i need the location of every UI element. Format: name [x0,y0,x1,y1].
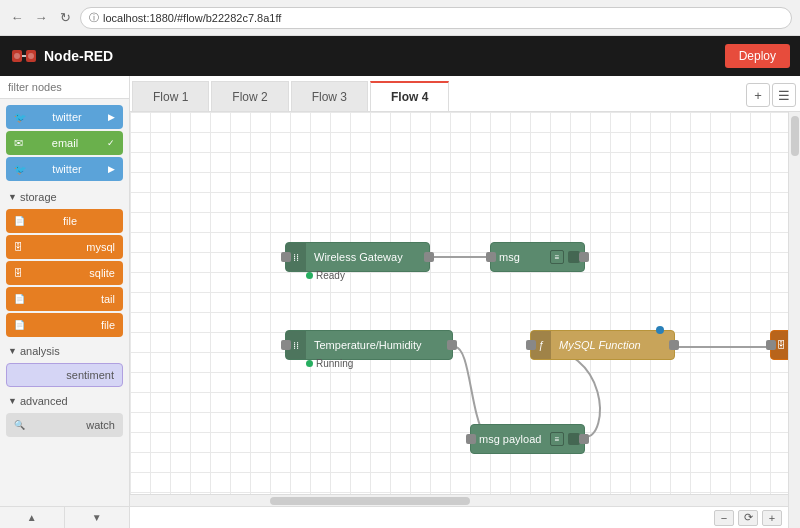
port-left [466,434,476,444]
section-label-text-2: analysis [20,345,60,357]
sidebar-item-twitter-1[interactable]: 🐦 twitter ▶ [6,105,123,129]
tab-flow1[interactable]: Flow 1 [132,81,209,111]
tab-actions: + ☰ [746,83,800,111]
port-left [526,340,536,350]
reload-button[interactable]: ↻ [56,9,74,27]
arrow-icon: ▼ [8,192,17,202]
tab-flow4[interactable]: Flow 4 [370,81,449,111]
node-label: file [101,319,115,331]
zoom-out-button[interactable]: − [714,510,734,526]
port-right [447,340,457,350]
menu-icon: ≡ [550,250,564,264]
port-right [579,252,589,262]
tab-flow3[interactable]: Flow 3 [291,81,368,111]
email-icon: ✉ [14,137,23,150]
menu-icon: ≡ [550,432,564,446]
sidebar-item-mysql[interactable]: 🗄 mysql [6,235,123,259]
zoom-reset-button[interactable]: ⟳ [738,510,758,526]
status-area: Ready [306,270,345,281]
node-port-2: ▶ [108,164,115,174]
section-storage[interactable]: ▼ storage [0,187,129,205]
file2-icon: 📄 [14,320,25,330]
horizontal-scrollbar[interactable] [130,494,788,506]
sidebar-item-file-1[interactable]: 📄 file [6,209,123,233]
twitter-icon-2: 🐦 [14,164,26,175]
main-area: 🐦 twitter ▶ ✉ email ✓ 🐦 twitter ▶ ▼ [0,76,800,528]
add-tab-button[interactable]: + [746,83,770,107]
back-button[interactable]: ← [8,9,26,27]
node-label: twitter [52,111,81,123]
msg-node-1[interactable]: msg ≡ [490,242,585,272]
sidebar-item-watch[interactable]: 🔍 watch [6,413,123,437]
url-text: localhost:1880/#flow/b22282c7.8a1ff [103,12,281,24]
section-analysis[interactable]: ▼ analysis [0,341,129,359]
app-title: Node-RED [44,48,113,64]
sqlite-icon: 🗄 [14,268,23,278]
app: Node-RED Deploy 🐦 twitter ▶ ✉ email ✓ [0,36,800,528]
node-label: sentiment [66,369,114,381]
tab-flow2[interactable]: Flow 2 [211,81,288,111]
tabs-bar: Flow 1 Flow 2 Flow 3 Flow 4 + ☰ [130,76,800,112]
node-label: Temperature/Humidity [306,339,452,351]
status-text: Running [316,358,353,369]
hscroll-thumb[interactable] [270,497,470,505]
sidebar-item-twitter-2[interactable]: 🐦 twitter ▶ [6,157,123,181]
deploy-button[interactable]: Deploy [725,44,790,68]
node-label: tail [101,293,115,305]
tab-menu-button[interactable]: ☰ [772,83,796,107]
sidebar-item-file-2[interactable]: 📄 file [6,313,123,337]
node-port: ▶ [108,112,115,122]
address-bar[interactable]: ⓘ localhost:1880/#flow/b22282c7.8a1ff [80,7,792,29]
msg-payload-node[interactable]: msg payload ≡ [470,424,585,454]
logo-area: Node-RED [10,42,113,70]
section-advanced[interactable]: ▼ advanced [0,391,129,409]
temp-humidity-node[interactable]: ⁞⁞ Temperature/Humidity Running [285,330,453,360]
forward-button[interactable]: → [32,9,50,27]
tail-icon: 📄 [14,294,25,304]
canvas[interactable]: ⁞⁞ Wireless Gateway Ready [130,112,788,494]
scroll-down-btn[interactable]: ▼ [65,507,130,528]
lock-icon: ⓘ [89,11,99,25]
sidebar-item-sentiment[interactable]: sentiment [6,363,123,387]
node-label: MySQL Function [551,339,674,351]
file-icon: 📄 [14,216,25,226]
canvas-area: ⁞⁞ Wireless Gateway Ready [130,112,800,528]
node-label: sqlite [89,267,115,279]
svg-point-4 [28,53,34,59]
arrow-icon-3: ▼ [8,396,17,406]
port-left [486,252,496,262]
port-left [281,340,291,350]
port-right [424,252,434,262]
flow-tabs-area: Flow 1 Flow 2 Flow 3 Flow 4 + ☰ [130,76,800,528]
filter-input[interactable] [0,76,129,99]
port-left [766,340,776,350]
port-right [579,434,589,444]
node-label: email [52,137,78,149]
scroll-up-btn[interactable]: ▲ [0,507,65,528]
watch-icon: 🔍 [14,420,25,430]
node-label: msg payload [471,433,550,445]
zoom-in-button[interactable]: + [762,510,782,526]
mysql-node[interactable]: 🗄 mysql [770,330,788,360]
wireless-gateway-node[interactable]: ⁞⁞ Wireless Gateway Ready [285,242,430,272]
sidebar-item-tail[interactable]: 📄 tail [6,287,123,311]
status-dot [306,360,313,367]
mysql-function-node[interactable]: ƒ MySQL Function [530,330,675,360]
port-right [669,340,679,350]
section-label-text-3: advanced [20,395,68,407]
topbar: Node-RED Deploy [0,36,800,76]
node-label: Wireless Gateway [306,251,429,263]
vertical-scrollbar[interactable] [788,112,800,528]
node-label: msg [491,251,550,263]
section-label-text: storage [20,191,57,203]
status-text: Ready [316,270,345,281]
sidebar-item-email[interactable]: ✉ email ✓ [6,131,123,155]
arrow-icon-2: ▼ [8,346,17,356]
vscroll-thumb[interactable] [791,116,799,156]
sidebar-item-sqlite[interactable]: 🗄 sqlite [6,261,123,285]
status-dot [306,272,313,279]
check-icon: ✓ [107,138,115,148]
browser-chrome: ← → ↻ ⓘ localhost:1880/#flow/b22282c7.8a… [0,0,800,36]
mysql-icon: 🗄 [14,242,23,252]
bottom-bar: − ⟳ + [130,506,788,528]
